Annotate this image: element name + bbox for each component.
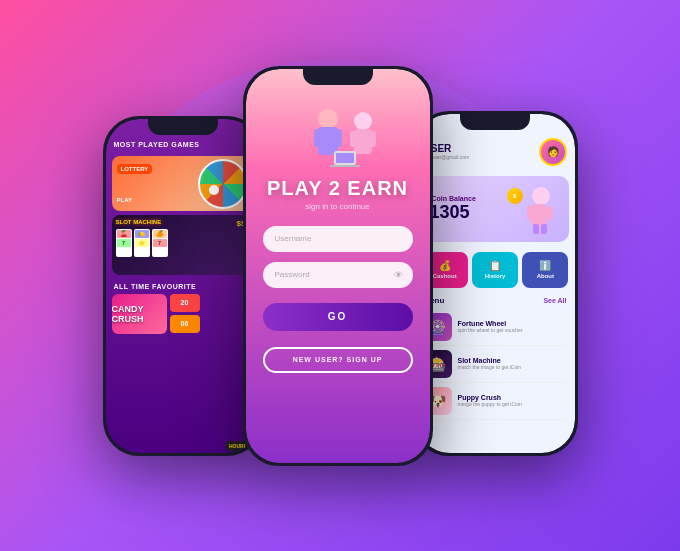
- left-phone: MOST PLAYED GAMES LOTTERY PLAY SLOT MACH…: [103, 116, 263, 456]
- reel-item: 🍋: [135, 230, 149, 238]
- about-button[interactable]: ℹ️ About: [522, 252, 568, 288]
- puppy-name: Puppy Crush: [458, 394, 522, 401]
- play2earn-title: PLAY 2 EARN: [267, 177, 408, 200]
- fortune-name: Fortune Wheel: [458, 320, 523, 327]
- menu-item-fortune[interactable]: 🎡 Fortune Wheel spin the wheel to get vo…: [424, 309, 567, 346]
- coin-label: iCoin Balance: [430, 195, 476, 202]
- reel-item: 7: [153, 239, 167, 247]
- right-header: USER user@gmail.com 🧑: [416, 134, 575, 170]
- slot-info: Slot Machine match the image to get iCoi…: [458, 357, 522, 370]
- history-icon: 📋: [489, 260, 501, 271]
- left-phone-screen: MOST PLAYED GAMES LOTTERY PLAY SLOT MACH…: [106, 119, 260, 453]
- fortune-info: Fortune Wheel spin the wheel to get vouc…: [458, 320, 523, 333]
- score-1: 20: [170, 294, 200, 312]
- slot-reels: 🍒 7 🍋 ⭐ 🍊 7: [112, 227, 254, 259]
- p2e-subtitle: sign in to continue: [305, 202, 370, 211]
- username-placeholder: Username: [275, 234, 312, 243]
- see-all-link[interactable]: See All: [543, 297, 566, 304]
- hourly-container: HOURLY C: [106, 336, 260, 340]
- most-played-title: MOST PLAYED GAMES: [106, 137, 260, 152]
- reel-item: 🍒: [117, 230, 131, 238]
- svg-rect-7: [369, 131, 376, 147]
- slot-machine-card[interactable]: SLOT MACHINE $$ 🍒 7 🍋 ⭐ 🍊 7: [112, 215, 254, 275]
- about-icon: ℹ️: [539, 260, 551, 271]
- illustration-svg: [298, 99, 388, 174]
- history-button[interactable]: 📋 History: [472, 252, 518, 288]
- menu-item-slot[interactable]: 🎰 Slot Machine match the image to get iC…: [424, 346, 567, 383]
- cashout-label: Cashout: [433, 273, 457, 279]
- password-placeholder: Password: [275, 270, 310, 279]
- svg-rect-14: [547, 206, 553, 220]
- phones-container: MOST PLAYED GAMES LOTTERY PLAY SLOT MACH…: [103, 66, 578, 486]
- avatar[interactable]: 🧑: [539, 138, 567, 166]
- play-label: PLAY: [117, 197, 132, 203]
- wheel-image: [198, 159, 248, 209]
- left-phone-notch: [148, 119, 218, 135]
- svg-rect-2: [314, 129, 322, 147]
- menu-item-puppy[interactable]: 🐶 Puppy Crush merge the puppy to get iCo…: [424, 383, 567, 420]
- middle-phone-screen: PLAY 2 EARN sign in to continue Username…: [246, 69, 430, 463]
- about-label: About: [537, 273, 554, 279]
- middle-phone: PLAY 2 EARN sign in to continue Username…: [243, 66, 433, 466]
- lottery-badge: LOTTERY: [117, 164, 153, 174]
- action-buttons: 💰 Cashout 📋 History ℹ️ About: [416, 248, 575, 292]
- candy-row: CANDY CRUSH 20 06: [106, 292, 260, 336]
- right-phone-screen: USER user@gmail.com 🧑 iCoin Balance 1305…: [416, 114, 575, 453]
- svg-rect-13: [527, 206, 533, 220]
- left-screen-content: MOST PLAYED GAMES LOTTERY PLAY SLOT MACH…: [106, 119, 260, 453]
- reel-3: 🍊 7: [152, 229, 168, 257]
- reel-2: 🍋 ⭐: [134, 229, 150, 257]
- svg-rect-9: [336, 153, 354, 163]
- svg-rect-10: [330, 165, 360, 167]
- svg-rect-6: [350, 131, 357, 147]
- go-button[interactable]: GO: [263, 303, 413, 331]
- coin-balance-section: iCoin Balance 1305 $: [422, 176, 569, 242]
- coin-badge: $: [507, 188, 523, 204]
- signup-button[interactable]: NEW USER? SIGN UP: [263, 347, 413, 373]
- coin-value: 1305: [430, 202, 476, 223]
- coin-illustration: $: [511, 184, 561, 234]
- wheel-center: [209, 185, 219, 195]
- fortune-desc: spin the wheel to get voucher: [458, 327, 523, 333]
- reel-item: ⭐: [135, 239, 149, 247]
- lucky-arena-card[interactable]: LOTTERY PLAY: [112, 156, 254, 211]
- candy-card[interactable]: CANDY CRUSH: [112, 294, 167, 334]
- middle-phone-notch: [303, 69, 373, 85]
- right-screen-content: USER user@gmail.com 🧑 iCoin Balance 1305…: [416, 114, 575, 453]
- slot-title: SLOT MACHINE: [112, 215, 254, 225]
- side-scores: 20 06: [170, 294, 200, 334]
- reel-item: 🍊: [153, 230, 167, 238]
- reel-item: 7: [117, 239, 131, 247]
- menu-section: Menu See All 🎡 Fortune Wheel spin the wh…: [416, 292, 575, 424]
- svg-point-4: [354, 112, 372, 130]
- eye-icon: 👁: [394, 270, 403, 280]
- score-2: 06: [170, 315, 200, 333]
- coin-info: iCoin Balance 1305: [430, 195, 476, 223]
- history-label: History: [485, 273, 506, 279]
- menu-header: Menu See All: [424, 296, 567, 305]
- svg-point-11: [532, 187, 550, 205]
- svg-rect-16: [541, 224, 547, 234]
- reel-1: 🍒 7: [116, 229, 132, 257]
- cashout-icon: 💰: [439, 260, 451, 271]
- svg-rect-3: [334, 129, 342, 147]
- svg-rect-15: [533, 224, 539, 234]
- candy-title: CANDY CRUSH: [112, 304, 167, 324]
- slot-name: Slot Machine: [458, 357, 522, 364]
- username-field[interactable]: Username: [263, 226, 413, 252]
- p2e-illustration: [298, 99, 378, 169]
- svg-point-0: [318, 109, 338, 129]
- right-phone: USER user@gmail.com 🧑 iCoin Balance 1305…: [413, 111, 578, 456]
- all-time-fav-title: ALL TIME FAVOURITE: [106, 279, 260, 292]
- svg-rect-12: [531, 204, 547, 226]
- password-field[interactable]: Password 👁: [263, 262, 413, 288]
- right-phone-notch: [460, 114, 530, 130]
- middle-screen-content: PLAY 2 EARN sign in to continue Username…: [246, 69, 430, 463]
- puppy-desc: merge the puppy to get iCoin: [458, 401, 522, 407]
- slot-desc: match the image to get iCoin: [458, 364, 522, 370]
- puppy-info: Puppy Crush merge the puppy to get iCoin: [458, 394, 522, 407]
